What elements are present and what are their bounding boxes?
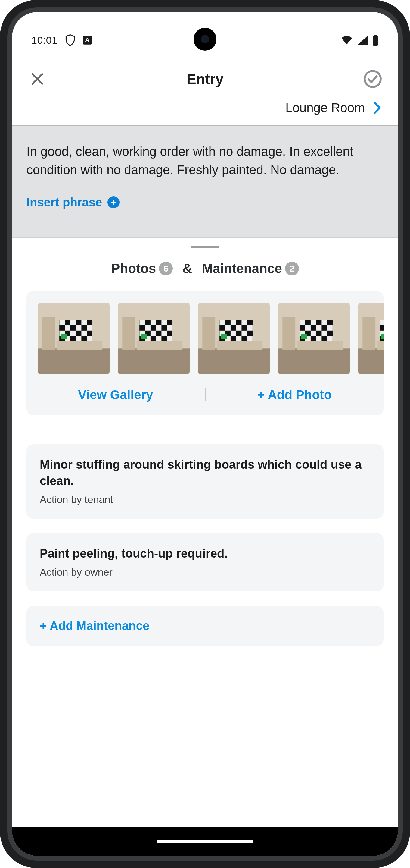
photo-thumbnail[interactable] xyxy=(358,303,383,374)
svg-rect-10 xyxy=(59,320,65,325)
svg-rect-23 xyxy=(57,341,102,350)
signal-icon xyxy=(357,35,368,45)
svg-rect-25 xyxy=(118,348,190,374)
svg-rect-72 xyxy=(327,325,333,331)
section-header: Photos 6 & Maintenance 2 xyxy=(12,257,398,291)
svg-rect-69 xyxy=(321,320,327,325)
maintenance-action: Action by tenant xyxy=(40,494,370,505)
svg-rect-21 xyxy=(87,336,93,341)
svg-rect-13 xyxy=(65,325,70,331)
svg-rect-32 xyxy=(145,325,150,331)
svg-rect-86 xyxy=(380,320,383,325)
chevron-right-icon xyxy=(373,101,381,114)
check-circle-icon xyxy=(363,69,382,89)
maintenance-item[interactable]: Minor stuffing around skirting boards wh… xyxy=(27,444,383,519)
svg-rect-83 xyxy=(363,317,375,350)
condition-note-text[interactable]: In good, clean, working order with no da… xyxy=(27,143,383,179)
add-photo-button[interactable]: + Add Photo xyxy=(206,388,384,402)
add-maintenance-label: + Add Maintenance xyxy=(40,619,149,632)
insert-phrase-button[interactable]: Insert phrase + xyxy=(27,195,383,209)
svg-rect-26 xyxy=(122,317,135,350)
svg-rect-75 xyxy=(321,331,327,336)
photos-label: Photos xyxy=(111,261,156,276)
svg-rect-20 xyxy=(76,336,81,341)
plus-circle-icon: + xyxy=(107,196,119,208)
svg-rect-80 xyxy=(297,341,343,350)
battery-icon xyxy=(372,35,379,45)
svg-rect-56 xyxy=(241,331,247,336)
maintenance-count-badge: 2 xyxy=(285,261,299,276)
svg-rect-77 xyxy=(316,336,321,341)
maintenance-action: Action by owner xyxy=(40,566,370,578)
svg-rect-63 xyxy=(278,348,350,374)
confirm-button[interactable] xyxy=(362,68,383,90)
svg-rect-30 xyxy=(150,320,156,325)
camera-cutout xyxy=(194,28,216,51)
svg-rect-11 xyxy=(70,320,76,325)
svg-rect-37 xyxy=(161,331,167,336)
svg-rect-99 xyxy=(377,341,383,350)
svg-rect-7 xyxy=(42,317,55,350)
svg-rect-59 xyxy=(247,336,252,341)
maintenance-item[interactable]: Paint peeling, touch-up required. Action… xyxy=(27,533,383,591)
svg-rect-45 xyxy=(202,317,215,350)
svg-rect-60 xyxy=(221,334,227,339)
svg-rect-50 xyxy=(241,320,247,325)
photo-thumbnail[interactable] xyxy=(278,303,350,374)
photo-thumbnail[interactable] xyxy=(118,303,190,374)
svg-rect-14 xyxy=(76,325,81,331)
svg-rect-36 xyxy=(150,331,156,336)
svg-rect-18 xyxy=(81,331,87,336)
add-maintenance-button[interactable]: + Add Maintenance xyxy=(27,606,383,646)
svg-rect-39 xyxy=(156,336,161,341)
svg-rect-15 xyxy=(87,325,93,331)
drag-handle[interactable] xyxy=(12,238,398,257)
photos-count-badge: 6 xyxy=(159,261,173,276)
condition-note-area: In good, clean, working order with no da… xyxy=(12,126,398,238)
svg-rect-29 xyxy=(139,320,145,325)
home-indicator[interactable] xyxy=(157,840,253,843)
view-gallery-button[interactable]: View Gallery xyxy=(27,388,205,402)
svg-text:A: A xyxy=(85,37,89,43)
svg-rect-64 xyxy=(282,317,295,350)
breadcrumb[interactable]: Lounge Room xyxy=(12,101,398,126)
svg-rect-33 xyxy=(156,325,161,331)
svg-rect-48 xyxy=(219,320,225,325)
svg-rect-78 xyxy=(327,336,333,341)
svg-rect-44 xyxy=(198,348,270,374)
svg-rect-70 xyxy=(305,325,311,331)
insert-phrase-label: Insert phrase xyxy=(27,195,102,209)
maintenance-title: Minor stuffing around skirting boards wh… xyxy=(40,456,370,489)
photo-gallery-card: View Gallery + Add Photo xyxy=(27,291,383,415)
page-title: Entry xyxy=(186,71,224,87)
photo-thumbnail[interactable] xyxy=(38,303,110,374)
svg-rect-41 xyxy=(141,334,147,339)
svg-rect-55 xyxy=(231,331,236,336)
svg-rect-17 xyxy=(70,331,76,336)
svg-rect-2 xyxy=(374,35,377,36)
svg-point-4 xyxy=(365,71,380,87)
photo-thumbnail[interactable] xyxy=(198,303,270,374)
status-time: 10:01 xyxy=(31,34,58,46)
svg-rect-3 xyxy=(373,36,378,46)
close-button[interactable] xyxy=(27,68,48,90)
svg-rect-52 xyxy=(236,325,241,331)
svg-rect-82 xyxy=(358,348,383,374)
svg-rect-67 xyxy=(300,320,305,325)
svg-rect-22 xyxy=(61,334,67,339)
svg-rect-53 xyxy=(247,325,252,331)
svg-rect-79 xyxy=(301,334,307,339)
svg-rect-49 xyxy=(231,320,236,325)
svg-rect-74 xyxy=(311,331,316,336)
translate-icon: A xyxy=(82,35,92,45)
app-header: Entry xyxy=(12,57,398,101)
svg-rect-58 xyxy=(236,336,241,341)
section-join: & xyxy=(182,261,192,276)
svg-rect-40 xyxy=(167,336,172,341)
system-nav-bar xyxy=(12,827,398,856)
photo-strip[interactable] xyxy=(27,303,383,374)
maintenance-label: Maintenance xyxy=(202,261,282,276)
svg-rect-61 xyxy=(217,341,263,350)
svg-rect-42 xyxy=(137,341,182,350)
breadcrumb-label: Lounge Room xyxy=(285,101,365,115)
